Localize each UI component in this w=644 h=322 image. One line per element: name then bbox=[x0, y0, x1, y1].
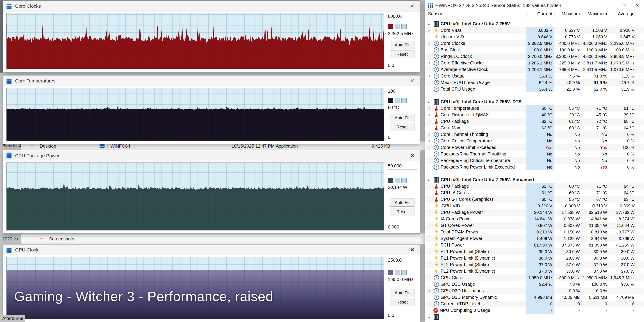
sensor-row[interactable]: Core Power Limit ExceededYesNoYes100 % bbox=[425, 144, 644, 151]
auto-fit-button[interactable]: Auto Fit bbox=[390, 198, 414, 207]
sensor-row[interactable]: GPU D3D Usage92.4 %7.8 %100.0 %97.6 % bbox=[425, 281, 644, 288]
color-option-swatch[interactable] bbox=[395, 270, 400, 275]
series-color-swatch[interactable] bbox=[388, 24, 393, 29]
chevron-right-icon[interactable] bbox=[427, 62, 430, 64]
reset-button[interactable]: Reset bbox=[390, 298, 414, 306]
sensor-row[interactable]: Average Effective Clock1,206.1 MHz765.6 … bbox=[425, 66, 644, 73]
close-icon[interactable]: ✕ bbox=[407, 247, 417, 253]
sensor-value: 4,585 MB bbox=[554, 294, 582, 300]
sensor-row[interactable]: CPU Package61 °C60 °C71 °C64 °C bbox=[425, 183, 644, 190]
sensor-row[interactable]: Core Temperatures60 °C55 °C71 °C61 °C bbox=[425, 105, 644, 112]
chevron-right-icon[interactable] bbox=[427, 42, 430, 45]
sensor-row[interactable]: PL2 Power Limit (Static)37.0 W37.0 W37.0… bbox=[425, 262, 644, 268]
sensor-row[interactable]: Uncore VID0.846 V0.773 V1.083 V0.847 V bbox=[425, 34, 644, 40]
column-header-maximum[interactable]: Maximum bbox=[582, 10, 609, 17]
window-titlebar[interactable]: Core Clocks ✕ bbox=[4, 1, 420, 12]
close-icon[interactable]: ✕ bbox=[407, 152, 417, 159]
close-icon[interactable]: ✕ bbox=[407, 3, 417, 9]
sensor-row[interactable]: CPU GT Cores (Graphics)60 °C55 °C67 °C63… bbox=[425, 196, 644, 202]
chevron-down-icon[interactable] bbox=[427, 316, 430, 318]
reset-button[interactable]: Reset bbox=[390, 208, 414, 216]
sensor-row[interactable]: PL2 Power Limit (Dynamic)37.0 W37.0 W37.… bbox=[425, 268, 644, 274]
color-option-swatch[interactable] bbox=[395, 178, 400, 183]
auto-fit-button[interactable]: Auto Fit bbox=[390, 41, 414, 49]
sensor-row[interactable]: CPU Package Power20.144 W17.538 W32.516 … bbox=[425, 209, 644, 216]
maximize-icon[interactable]: □ bbox=[618, 0, 631, 10]
close-icon[interactable]: ✕ bbox=[407, 78, 417, 84]
color-option-swatch[interactable] bbox=[402, 270, 406, 275]
sensor-section-header-partial[interactable] bbox=[425, 314, 644, 320]
sensor-section-header[interactable]: CPU [#0]: Intel Core Ultra 7 256V: Enhan… bbox=[425, 176, 644, 183]
sensor-row[interactable]: GPU D3D Memory Dynamic4,996 MB4,585 MB5,… bbox=[425, 294, 644, 300]
sensor-row[interactable]: Package/Ring Thermal ThrottlingNoNoNo0 % bbox=[425, 151, 644, 157]
sensor-row[interactable]: Current cTDP Level0000 bbox=[425, 300, 644, 307]
color-option-swatch[interactable] bbox=[402, 178, 406, 183]
column-header-minimum[interactable]: Minimum bbox=[554, 10, 582, 17]
sensor-row[interactable]: Package/Ring Power Limit ExceededNoNoYes… bbox=[425, 164, 644, 170]
sensor-row[interactable]: PL1 Power Limit (Static)30.0 W30.0 W30.0… bbox=[425, 248, 644, 255]
explorer-item-filename[interactable]: HWiNFO64 bbox=[107, 143, 130, 148]
sensor-row[interactable]: Core Max62 °C60 °C71 °C64 °C bbox=[425, 124, 644, 131]
column-header-current[interactable]: Current bbox=[526, 10, 554, 17]
close-icon[interactable]: ✕ bbox=[631, 0, 644, 10]
sensor-row[interactable]: Core Critical TemperatureNoNoNo0 % bbox=[425, 138, 644, 144]
explorer-item-desktop[interactable]: Desktop bbox=[40, 143, 56, 148]
sensor-section-header[interactable]: CPU [#0]: Intel Core Ultra 7 256V: DTS bbox=[425, 98, 644, 105]
series-color-swatch[interactable] bbox=[388, 98, 393, 103]
sensor-row[interactable]: NPU Computing 0 Usage---- bbox=[425, 307, 644, 314]
sensor-row[interactable]: CPU IA Cores61 °C60 °C71 °C64 °C bbox=[425, 190, 644, 196]
color-option-swatch[interactable] bbox=[395, 24, 400, 29]
bolt-icon bbox=[434, 223, 439, 228]
chevron-right-icon[interactable] bbox=[427, 29, 430, 32]
chevron-right-icon[interactable] bbox=[427, 140, 430, 142]
chevron-down-icon[interactable] bbox=[427, 178, 430, 181]
chevron-down-icon[interactable] bbox=[427, 22, 430, 25]
sensor-row[interactable]: Total DRAM Power0.210 W0.150 W0.819 W0.7… bbox=[425, 229, 644, 235]
column-header-sensor[interactable]: Sensor bbox=[425, 10, 526, 17]
sensor-row[interactable]: PCH Power81.990 W37.873 W81.990 W41.259 … bbox=[425, 242, 644, 248]
sensor-row[interactable]: Ring/LLC Clock3,700.0 MHz3,200.0 MHz4,60… bbox=[425, 53, 644, 60]
chevron-right-icon[interactable] bbox=[427, 289, 430, 292]
window-titlebar[interactable]: GPU Clock ✕ bbox=[4, 244, 420, 255]
explorer-item-screenshots[interactable]: Screenshots bbox=[49, 236, 74, 242]
sensor-row[interactable]: iGPU VID0.310 V0.000 V0.310 V0.309 V bbox=[425, 202, 644, 209]
reset-button[interactable]: Reset bbox=[390, 123, 414, 131]
column-header-average[interactable]: Average bbox=[609, 10, 636, 17]
sensor-row[interactable]: Core VIDs0.883 V0.537 V1.106 V0.906 V bbox=[425, 27, 644, 34]
sensor-row[interactable]: CPU Package62 °C61 °C72 °C65 °C bbox=[425, 118, 644, 124]
chevron-right-icon[interactable] bbox=[427, 133, 430, 136]
color-option-swatch[interactable] bbox=[395, 98, 400, 103]
color-option-swatch[interactable] bbox=[402, 98, 406, 103]
sensor-row[interactable]: Core Effective Clocks1,206.1 MHz225.9 MH… bbox=[425, 60, 644, 66]
chevron-right-icon[interactable] bbox=[427, 107, 430, 110]
window-titlebar[interactable]: Core Temperatures ✕ bbox=[4, 76, 420, 86]
series-color-swatch[interactable] bbox=[388, 178, 393, 183]
chevron-right-icon[interactable] bbox=[427, 113, 430, 116]
sensor-row[interactable]: Core Usage36.4 %7.5 %91.9 %31.9 % bbox=[425, 73, 644, 79]
auto-fit-button[interactable]: Auto Fit bbox=[390, 114, 414, 122]
sensor-row[interactable]: GT Cores Power0.607 W0.607 W11.384 W11.0… bbox=[425, 222, 644, 229]
sensor-row[interactable]: Max CPU/Thread Usage52.4 %40.9 %91.9 %49… bbox=[425, 79, 644, 86]
chevron-right-icon[interactable] bbox=[427, 74, 430, 78]
sensor-row[interactable]: GPU Clock1,950.0 MHz300.0 MHz1,950.0 MHz… bbox=[425, 274, 644, 281]
sensor-row[interactable]: Core Clocks3,362.5 MHz400.0 MHz4,800.0 M… bbox=[425, 40, 644, 47]
sensor-row[interactable]: Package/Ring Critical TemperatureNoNoNo0… bbox=[425, 157, 644, 164]
minimize-icon[interactable]: — bbox=[604, 0, 618, 10]
sensor-row[interactable]: Core Thermal ThrottlingNoNoNo0 % bbox=[425, 131, 644, 138]
reset-button[interactable]: Reset bbox=[390, 50, 414, 58]
sensor-row[interactable]: Total CPU Usage36.4 %22.8 %62.0 %31.9 % bbox=[425, 86, 644, 92]
sensor-row[interactable]: Bus Clock100.0 MHz100.0 MHz100.0 MHz100.… bbox=[425, 47, 644, 53]
sensor-section-header[interactable]: CPU [#0]: Intel Core Ultra 7 256V bbox=[425, 20, 644, 27]
window-titlebar[interactable]: HWiNFO® 32 v8.32-5840 Sensor Status [138… bbox=[425, 0, 644, 10]
series-color-swatch[interactable] bbox=[388, 270, 393, 275]
color-option-swatch[interactable] bbox=[402, 24, 406, 29]
sensor-row[interactable]: IA Cores Power14.841 W6.978 W14.841 W8.2… bbox=[425, 216, 644, 222]
sensor-row[interactable]: Core Distance to TjMAX40 °C29 °C45 °C39 … bbox=[425, 112, 644, 118]
chevron-right-icon[interactable] bbox=[427, 146, 430, 149]
auto-fit-button[interactable]: Auto Fit bbox=[390, 289, 414, 297]
sensor-row[interactable]: GPU D3D Utilizations0.0 %0.0 % bbox=[425, 288, 644, 294]
sensor-row[interactable]: PL1 Power Limit (Dynamic)30.0 W29.5 W30.… bbox=[425, 255, 644, 262]
sensor-row[interactable]: System Agent Power1.406 W1.122 W3.948 W3… bbox=[425, 235, 644, 242]
window-titlebar[interactable]: CPU Package Power ✕ bbox=[4, 150, 420, 161]
chevron-down-icon[interactable] bbox=[427, 100, 430, 103]
